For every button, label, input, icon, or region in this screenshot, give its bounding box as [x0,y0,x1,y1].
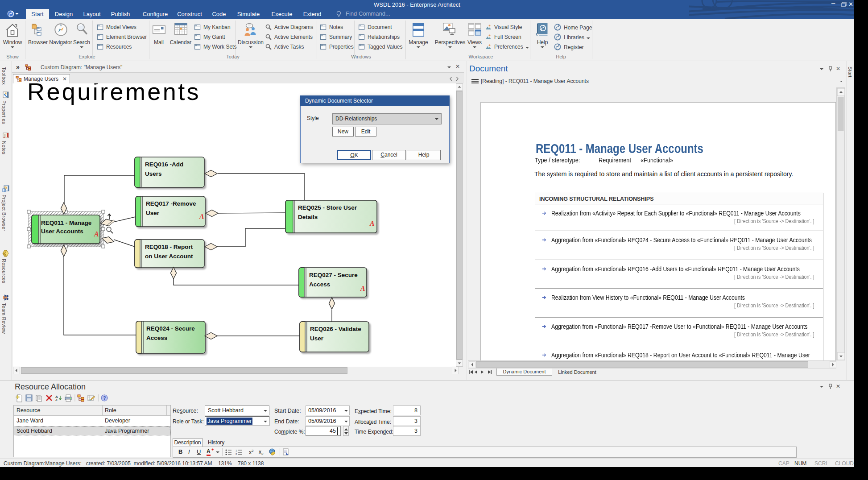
svg-text:2: 2 [236,453,237,455]
svg-text:N: N [60,24,62,27]
svg-text:REQ011 - Manage: REQ011 - Manage [41,219,92,226]
svg-text:Users: Users [145,170,162,177]
svg-text:Access: Access [146,335,167,341]
svg-text:REQ024 - Secure: REQ024 - Secure [146,325,195,332]
svg-text:REQ016 -Add: REQ016 -Add [145,161,183,168]
svg-text:User Accounts: User Accounts [41,228,83,235]
svg-text:A: A [94,230,99,238]
svg-text:on User Account: on User Account [145,253,193,260]
svg-text:User: User [146,210,160,216]
svg-text:Access: Access [309,281,330,288]
svg-text:REQ017 -Remove: REQ017 -Remove [146,200,196,207]
svg-text:1: 1 [236,449,237,452]
svg-text:A: A [369,219,375,227]
svg-text:Details: Details [298,214,318,220]
svg-text:REQ026 - Validate: REQ026 - Validate [310,326,361,332]
svg-text:Z: Z [55,398,58,402]
svg-text:A: A [199,213,204,220]
svg-text:xy: xy [88,398,91,401]
svg-text:REQ025 - Store User: REQ025 - Store User [298,204,357,211]
svg-text:?: ? [103,396,106,401]
svg-text:REQ018 - Report: REQ018 - Report [145,244,193,250]
svg-text:User: User [310,335,324,342]
svg-text:REQ027 - Secure: REQ027 - Secure [309,272,358,278]
svg-text:A: A [360,285,365,292]
